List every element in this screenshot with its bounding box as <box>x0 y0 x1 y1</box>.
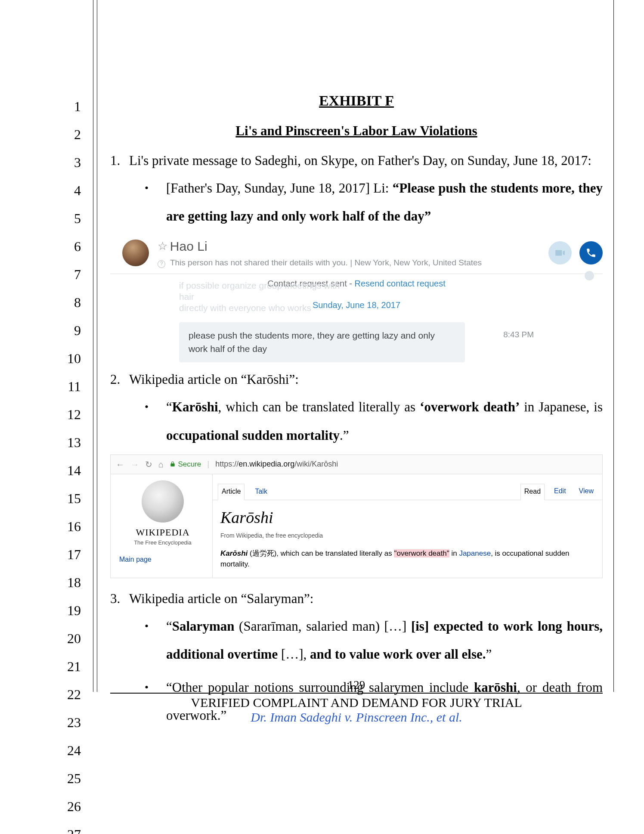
wikipedia-main: Article Talk Read Edit View Karōshi From… <box>213 474 602 578</box>
wp-japanese-link[interactable]: Japanese <box>459 549 491 557</box>
b2-post2: occupational sudden mortality <box>166 428 340 443</box>
wikipedia-logo-text: WIKIPEDIA <box>118 526 208 539</box>
faded-line-2: directly with everyone who works <box>179 302 351 314</box>
audio-call-button[interactable] <box>579 241 603 265</box>
b2-pre: “ <box>166 399 172 414</box>
line-number-column: 1 2 3 4 5 6 7 8 9 10 11 12 13 14 15 16 1… <box>55 93 81 834</box>
skype-message-bubble: please push the students more, they are … <box>179 322 465 362</box>
wikipedia-paragraph: Karōshi (過労死), which can be translated l… <box>220 548 594 570</box>
wikipedia-screenshot: WIKIPEDIA The Free Encyclopedia Main pag… <box>110 474 603 578</box>
paragraph-1-bullet: • [Father's Day, Sunday, June 18, 2017] … <box>145 174 603 230</box>
browser-back-icon[interactable]: ← <box>116 458 124 470</box>
page-number: 129 <box>110 678 603 692</box>
browser-forward-icon[interactable]: → <box>130 458 139 470</box>
b2-quote: ‘overwork death’ <box>420 399 520 414</box>
wikipedia-tab-view[interactable]: View <box>576 484 597 500</box>
url-pre: https:// <box>215 460 238 468</box>
faded-line-1: if possible organize group meetings with… <box>179 280 351 302</box>
page-footer: 129 VERIFIED COMPLAINT AND DEMAND FOR JU… <box>110 678 603 725</box>
star-icon: ☆ <box>158 240 167 252</box>
wikipedia-sidebar: WIKIPEDIA The Free Encyclopedia Main pag… <box>111 474 213 578</box>
wp-paren: (過労死), which can be translated literally… <box>248 549 394 557</box>
exhibit-title: EXHIBIT F <box>110 90 603 111</box>
paragraph-3-text: Wikipedia article on “Salaryman”: <box>129 589 313 608</box>
help-icon: ? <box>158 260 165 268</box>
b2-end: .” <box>340 428 349 443</box>
wikipedia-tagline: The Free Encyclopedia <box>118 539 208 547</box>
line-number: 13 <box>55 429 81 457</box>
browser-home-icon[interactable]: ⌂ <box>158 458 164 470</box>
line-number: 5 <box>55 205 81 233</box>
browser-secure-label: Secure <box>178 460 201 468</box>
exhibit-subtitle: Li's and Pinscreen's Labor Law Violation… <box>110 121 603 140</box>
bullet-prefix: [Father's Day, Sunday, June 18, 2017] Li… <box>166 180 393 196</box>
skype-message-time: 8:43 PM <box>503 322 534 341</box>
b3a-pre: “ <box>166 619 172 634</box>
line-number: 16 <box>55 513 81 541</box>
wikipedia-tab-edit[interactable]: Edit <box>551 484 570 500</box>
line-number: 10 <box>55 345 81 373</box>
b3a-and: and to value work over all else. <box>310 647 486 662</box>
line-number: 25 <box>55 765 81 793</box>
browser-url[interactable]: https://en.wikipedia.org/wiki/Karōshi <box>215 459 338 470</box>
line-number: 12 <box>55 401 81 429</box>
line-number: 23 <box>55 709 81 737</box>
paragraph-3: 3. Wikipedia article on “Salaryman”: <box>110 589 603 608</box>
line-number: 19 <box>55 597 81 625</box>
skype-sub-prefix: This person has not shared their details… <box>170 258 354 267</box>
line-number: 18 <box>55 569 81 597</box>
browser-toolbar: ← → ↻ ⌂ Secure | https://en.wikipedia.or… <box>110 454 603 474</box>
paragraph-3-number: 3. <box>110 589 122 608</box>
b3a-salaryman: Salaryman <box>172 619 235 634</box>
line-number: 14 <box>55 457 81 485</box>
paragraph-1-text: Li's private message to Sadeghi, on Skyp… <box>129 151 591 170</box>
line-number: 3 <box>55 149 81 177</box>
wikipedia-article-title: Karōshi <box>220 506 594 529</box>
lock-icon <box>170 461 176 467</box>
video-icon <box>554 247 566 258</box>
wikipedia-globe-icon <box>142 480 184 523</box>
line-number: 11 <box>55 373 81 401</box>
paragraph-2-bullet: • “Karōshi, which can be translated lite… <box>145 393 603 449</box>
line-number: 1 <box>55 93 81 121</box>
video-call-button[interactable] <box>548 241 572 265</box>
b2-karoshi: Karōshi <box>172 399 218 414</box>
url-path: /wiki/Karōshi <box>294 460 338 468</box>
paragraph-2-number: 2. <box>110 370 122 389</box>
b2-post1: in Japanese, is <box>520 399 603 414</box>
line-number: 20 <box>55 625 81 653</box>
skype-sub-location: New York, New York, United States <box>354 258 482 267</box>
line-number: 17 <box>55 541 81 569</box>
line-number: 6 <box>55 233 81 261</box>
line-number: 22 <box>55 681 81 709</box>
wikipedia-tabs: Article Talk Read Edit View <box>213 474 602 500</box>
bullet-dot: • <box>145 393 153 449</box>
skype-subline: ? This person has not shared their detai… <box>158 257 482 269</box>
paragraph-2-bullet-text: “Karōshi, which can be translated litera… <box>166 393 603 449</box>
skype-screenshot: ☆ Hao Li ? This person has not shared th… <box>110 236 603 362</box>
line-number: 24 <box>55 737 81 765</box>
wikipedia-tab-talk[interactable]: Talk <box>251 484 270 500</box>
faded-history-text: if possible organize group meetings with… <box>179 280 351 314</box>
wikipedia-mainpage-link[interactable]: Main page <box>118 555 208 564</box>
phone-icon <box>585 247 597 258</box>
footer-case-caption: Dr. Iman Sadeghi v. Pinscreen Inc., et a… <box>110 710 603 725</box>
footer-title: VERIFIED COMPLAINT AND DEMAND FOR JURY T… <box>110 695 603 710</box>
skype-contact-name: Hao Li <box>170 239 207 253</box>
wikipedia-article: Karōshi From Wikipedia, the free encyclo… <box>213 500 602 578</box>
skype-divider <box>110 274 603 274</box>
bullet-dot: • <box>145 612 153 668</box>
wikipedia-tab-article[interactable]: Article <box>218 484 245 500</box>
wikipedia-tab-read[interactable]: Read <box>520 484 545 500</box>
wikipedia-from-line: From Wikipedia, the free encyclopedia <box>220 532 594 540</box>
url-domain: en.wikipedia.org <box>238 460 294 468</box>
pleading-rule-left-inner <box>97 0 97 692</box>
resend-contact-link[interactable]: Resend contact request <box>355 279 446 288</box>
b3a-mid: (Sararīman, salaried man) […] <box>234 619 411 634</box>
line-number: 7 <box>55 261 81 289</box>
pleading-rule-right <box>613 0 614 692</box>
wp-in: in <box>449 549 459 557</box>
browser-reload-icon[interactable]: ↻ <box>145 458 152 470</box>
bullet-dot: • <box>145 174 153 230</box>
line-number: 26 <box>55 793 81 821</box>
